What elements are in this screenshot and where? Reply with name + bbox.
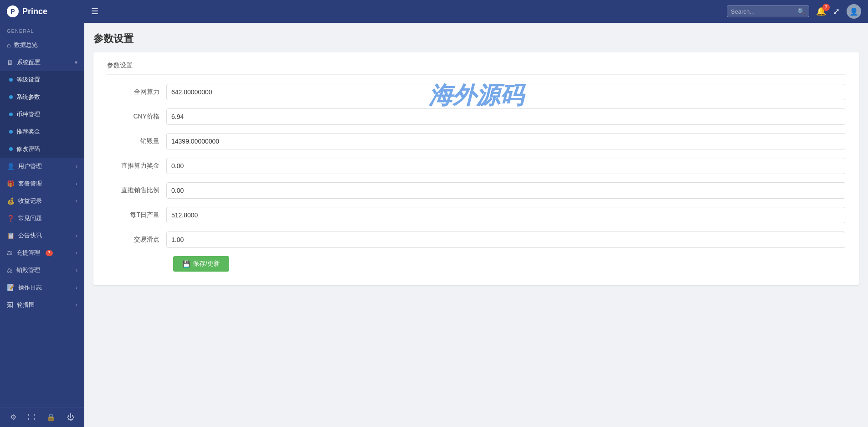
sidebar-item-income-records[interactable]: 💰 收益记录 › (0, 192, 84, 210)
field-row-directpush-bonus: 直推算力奖金 (107, 158, 845, 174)
header: P Prince ☰ 🔍 🔔 7 ⤢ 👤 (0, 0, 868, 23)
input-xiaohui[interactable] (166, 133, 845, 149)
chevron-right-icon: › (76, 284, 77, 291)
input-quanwangsuanli[interactable] (166, 84, 845, 100)
card-subtitle: 参数设置 (107, 62, 845, 75)
package-icon: 🎁 (7, 180, 15, 187)
main-layout: GENERAL ⌂ 数据总览 🖥 系统配置 ▾ 等级设置 系统参数 币种管理 (0, 23, 868, 427)
sidebar: GENERAL ⌂ 数据总览 🖥 系统配置 ▾ 等级设置 系统参数 币种管理 (0, 23, 84, 427)
lock-icon[interactable]: 🔒 (46, 413, 56, 422)
dot-indicator (9, 95, 13, 99)
income-icon: 💰 (7, 197, 15, 205)
sidebar-item-recharge-mgmt[interactable]: ⚖ 充提管理 7 › (0, 244, 84, 262)
chevron-right-icon: › (76, 302, 77, 308)
sidebar-item-system-params[interactable]: 系统参数 (0, 88, 84, 106)
sidebar-item-dashboard[interactable]: ⌂ 数据总览 (0, 36, 84, 54)
monitor-icon: 🖥 (7, 59, 13, 66)
input-cny[interactable] (166, 108, 845, 125)
chevron-right-icon: › (76, 250, 77, 256)
chevron-right-icon: › (76, 232, 77, 239)
label-slippage: 交易滑点 (107, 236, 166, 244)
dot-indicator (9, 113, 13, 116)
recharge-icon: ⚖ (7, 249, 13, 257)
save-icon: 💾 (182, 260, 190, 268)
input-directpush-ratio[interactable] (166, 182, 845, 199)
sidebar-label-currency-mgmt: 币种管理 (16, 110, 40, 118)
sidebar-label-package-mgmt: 套餐管理 (18, 180, 42, 188)
sidebar-item-package-mgmt[interactable]: 🎁 套餐管理 › (0, 175, 84, 192)
fullscreen-icon[interactable]: ⤢ (833, 6, 840, 16)
menu-toggle[interactable]: ☰ (91, 6, 98, 16)
label-directpush-bonus: 直推算力奖金 (107, 162, 166, 170)
chevron-down-icon: ▾ (75, 59, 77, 66)
field-row-xiaohui: 销毁量 (107, 133, 845, 149)
announcement-icon: 📋 (7, 232, 15, 239)
sidebar-label-recharge-mgmt: 充提管理 (16, 249, 40, 257)
grid-icon[interactable]: ⛶ (28, 413, 35, 422)
sidebar-label-income-records: 收益记录 (18, 197, 42, 205)
sidebar-footer: ⚙ ⛶ 🔒 ⏻ (0, 407, 84, 427)
sidebar-item-referral-bonus[interactable]: 推荐奖金 (0, 123, 84, 140)
sidebar-label-carousel: 轮播图 (17, 301, 35, 309)
logo-icon: P (7, 5, 19, 17)
recharge-badge: 7 (46, 250, 53, 256)
avatar[interactable]: 👤 (847, 4, 861, 19)
sidebar-label-announcements: 公告快讯 (18, 232, 42, 240)
save-label: 保存/更新 (193, 260, 220, 268)
settings-icon[interactable]: ⚙ (10, 413, 16, 422)
sidebar-label-dashboard: 数据总览 (14, 41, 38, 49)
sidebar-item-carousel[interactable]: 🖼 轮播图 › (0, 296, 84, 314)
sidebar-item-level-settings[interactable]: 等级设置 (0, 71, 84, 88)
search-box[interactable]: 🔍 (727, 5, 809, 17)
page-title: 参数设置 (93, 32, 859, 46)
notification-bell[interactable]: 🔔 7 (816, 6, 826, 16)
sidebar-label-system-config: 系统配置 (17, 58, 41, 67)
field-row-directpush-ratio: 直推销售比例 (107, 182, 845, 199)
sidebar-item-operation-log[interactable]: 📝 操作日志 › (0, 279, 84, 296)
chevron-right-icon: › (76, 180, 77, 187)
notification-badge: 7 (822, 4, 830, 11)
search-input[interactable] (731, 8, 795, 15)
label-cny: CNY价格 (107, 113, 166, 121)
app-logo: P Prince (7, 5, 91, 17)
sidebar-item-announcements[interactable]: 📋 公告快讯 › (0, 227, 84, 244)
params-card: 参数设置 海外源码 全网算力 CNY价格 销毁量 直推算力奖金 直推销售比例 (93, 52, 859, 285)
sidebar-label-user-mgmt: 用户管理 (18, 162, 42, 170)
destroy-icon: ⚖ (7, 267, 13, 274)
app-name: Prince (22, 7, 47, 16)
sidebar-item-destroy-mgmt[interactable]: ⚖ 销毁管理 › (0, 262, 84, 279)
sidebar-label-level-settings: 等级设置 (16, 76, 40, 84)
chevron-right-icon: › (76, 198, 77, 204)
log-icon: 📝 (7, 284, 15, 291)
sidebar-item-faq[interactable]: ❓ 常见问题 (0, 210, 84, 227)
faq-icon: ❓ (7, 215, 15, 222)
field-row-daily-output: 每T日产量 (107, 207, 845, 223)
power-icon[interactable]: ⏻ (67, 413, 74, 422)
sidebar-label-system-params: 系统参数 (16, 93, 40, 101)
label-directpush-ratio: 直推销售比例 (107, 186, 166, 195)
content-area: 参数设置 参数设置 海外源码 全网算力 CNY价格 销毁量 直推算力奖金 (84, 23, 868, 427)
input-daily-output[interactable] (166, 207, 845, 223)
input-directpush-bonus[interactable] (166, 158, 845, 174)
label-xiaohui: 销毁量 (107, 137, 166, 145)
sidebar-item-system-config[interactable]: 🖥 系统配置 ▾ (0, 54, 84, 71)
label-daily-output: 每T日产量 (107, 211, 166, 219)
dot-indicator (9, 130, 13, 134)
sidebar-item-currency-mgmt[interactable]: 币种管理 (0, 106, 84, 123)
search-icon: 🔍 (797, 8, 805, 15)
chevron-right-icon: › (76, 267, 77, 273)
home-icon: ⌂ (7, 41, 10, 49)
dot-indicator (9, 78, 13, 82)
field-row-cny: CNY价格 (107, 108, 845, 125)
field-row-quanwangsuanli: 全网算力 (107, 84, 845, 100)
chevron-right-icon: › (76, 163, 77, 170)
save-button[interactable]: 💾 保存/更新 (173, 256, 229, 272)
sidebar-label-change-password: 修改密码 (16, 145, 40, 153)
sidebar-item-change-password[interactable]: 修改密码 (0, 140, 84, 158)
sidebar-label-referral-bonus: 推荐奖金 (16, 128, 40, 136)
sidebar-label-faq: 常见问题 (18, 214, 42, 222)
carousel-icon: 🖼 (7, 301, 13, 309)
input-slippage[interactable] (166, 232, 845, 248)
sidebar-item-user-mgmt[interactable]: 👤 用户管理 › (0, 158, 84, 175)
sidebar-label-destroy-mgmt: 销毁管理 (16, 266, 40, 274)
